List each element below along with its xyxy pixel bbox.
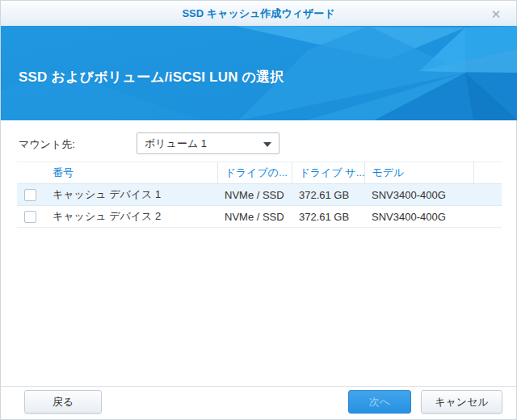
- mount-target-label: マウント先:: [19, 137, 75, 152]
- row-extra-cell: [473, 206, 502, 228]
- device-type: NVMe / SSD: [217, 206, 292, 228]
- device-model: SNV3400-400G: [364, 206, 473, 228]
- device-model: SNV3400-400G: [364, 184, 473, 206]
- table-header-row: 番号 ドライブの... ドライブ サ... モデル: [17, 162, 502, 184]
- wizard-banner: SSD およびボリューム/iSCSI LUN の選択: [1, 26, 517, 120]
- ssd-device-table: 番号 ドライブの... ドライブ サ... モデル キャッシュ デバイス 1 N…: [17, 162, 502, 228]
- page-title: SSD およびボリューム/iSCSI LUN の選択: [19, 68, 284, 86]
- header-model[interactable]: モデル: [364, 162, 473, 184]
- table-row[interactable]: キャッシュ デバイス 1 NVMe / SSD 372.61 GB SNV340…: [17, 184, 502, 206]
- header-number[interactable]: 番号: [45, 162, 217, 184]
- header-extra-col: [473, 162, 502, 184]
- header-drive-type[interactable]: ドライブの...: [217, 162, 292, 184]
- back-button[interactable]: 戻る: [24, 390, 102, 414]
- device-table-body: キャッシュ デバイス 1 NVMe / SSD 372.61 GB SNV340…: [17, 184, 502, 228]
- cancel-button[interactable]: キャンセル: [421, 390, 502, 414]
- device-size: 372.61 GB: [292, 184, 364, 206]
- row-checkbox[interactable]: [24, 189, 36, 201]
- next-button[interactable]: 次へ: [348, 390, 411, 414]
- ssd-cache-wizard-dialog: SSD キャッシュ作成ウィザード ✕ SSD およびボリューム/iSCSI LU…: [0, 0, 517, 420]
- row-checkbox[interactable]: [24, 211, 36, 223]
- row-extra-cell: [473, 184, 502, 206]
- window-title: SSD キャッシュ作成ウィザード: [182, 6, 334, 21]
- volume-select-value: ボリューム 1: [145, 136, 259, 151]
- device-size: 372.61 GB: [292, 206, 364, 228]
- header-checkbox-col: [17, 162, 45, 184]
- footer-divider: [1, 386, 516, 387]
- table-row[interactable]: キャッシュ デバイス 2 NVMe / SSD 372.61 GB SNV340…: [17, 206, 502, 228]
- close-icon[interactable]: ✕: [489, 6, 503, 21]
- device-name: キャッシュ デバイス 1: [45, 184, 217, 206]
- header-drive-size[interactable]: ドライブ サ...: [292, 162, 364, 184]
- device-name: キャッシュ デバイス 2: [45, 206, 217, 228]
- titlebar: SSD キャッシュ作成ウィザード ✕: [1, 1, 516, 26]
- device-type: NVMe / SSD: [217, 184, 292, 206]
- mount-target-row: マウント先: ボリューム 1: [19, 132, 500, 154]
- volume-select[interactable]: ボリューム 1: [137, 132, 280, 154]
- chevron-down-icon: [263, 142, 271, 147]
